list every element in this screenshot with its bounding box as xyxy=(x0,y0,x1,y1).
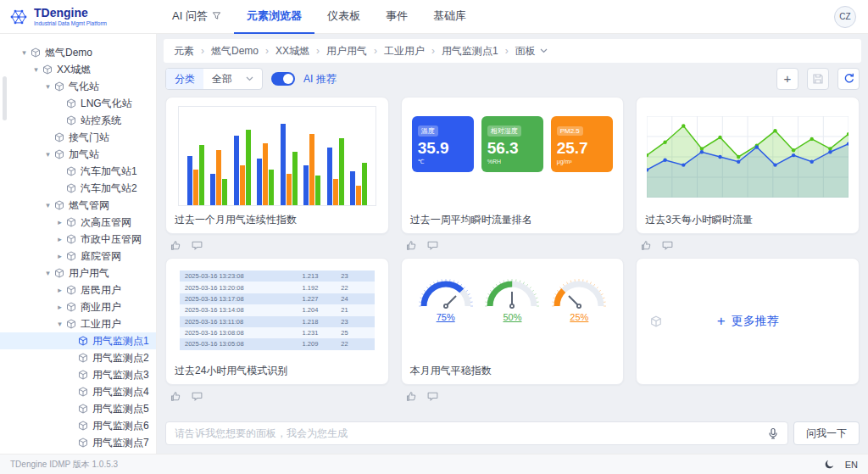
logo-title: TDengine xyxy=(34,7,107,19)
breadcrumb-item[interactable]: 燃气Demo xyxy=(211,44,259,59)
logo[interactable]: TDengine Industrial Data Mgmt Platform xyxy=(8,7,159,27)
caret-down-icon[interactable]: ▾ xyxy=(42,201,53,209)
tree-item[interactable]: ▾XX城燃 xyxy=(0,61,156,78)
thumbs-up-icon[interactable] xyxy=(170,391,181,402)
filter-bar: 分类 全部 AI 推荐 xyxy=(157,63,868,95)
funnel-icon xyxy=(212,11,221,20)
microphone-icon[interactable] xyxy=(767,427,779,439)
tree-item[interactable]: 汽车加气站1 xyxy=(0,163,156,180)
tree-item[interactable]: ▾燃气Demo xyxy=(0,44,156,61)
tree-item[interactable]: 用气监测点3 xyxy=(0,366,156,383)
tree-item[interactable]: ▸商业用户 xyxy=(0,298,156,315)
breadcrumb-item[interactable]: 元素 xyxy=(174,44,194,59)
nav-item-dashboard[interactable]: 仪表板 xyxy=(314,0,373,34)
tree-item[interactable]: ▾加气站 xyxy=(0,146,156,163)
bar xyxy=(263,143,268,205)
caret-down-icon[interactable]: ▾ xyxy=(19,48,30,57)
tree-item[interactable]: ▸市政中压管网 xyxy=(0,231,156,248)
tree-item-label: 燃气管网 xyxy=(69,198,109,213)
thumbs-up-icon[interactable] xyxy=(406,240,417,251)
breadcrumb-item[interactable]: 用气监测点1 xyxy=(442,44,498,59)
add-button[interactable] xyxy=(776,68,798,90)
element-cube-icon xyxy=(66,302,76,312)
kpi-tile: PM2.525.7μg/m³ xyxy=(551,116,613,172)
refresh-button[interactable] xyxy=(837,68,860,90)
thumbs-up-icon[interactable] xyxy=(641,240,652,251)
breadcrumb-item[interactable]: 面板 xyxy=(515,44,536,59)
tree-item[interactable]: LNG气化站 xyxy=(0,95,156,112)
breadcrumb-item[interactable]: XX城燃 xyxy=(275,44,309,59)
element-cube-icon xyxy=(54,81,64,92)
comment-icon[interactable] xyxy=(192,391,203,402)
tree-item[interactable]: ▾用户用气 xyxy=(0,265,156,282)
kpi-value: 35.9 xyxy=(418,140,468,156)
tree-item[interactable]: ▾工业用户 xyxy=(0,315,156,332)
caret-down-icon[interactable]: ▾ xyxy=(42,269,53,277)
comment-icon[interactable] xyxy=(427,391,438,402)
nav-item-events[interactable]: 事件 xyxy=(373,0,420,34)
tdengine-logo-icon xyxy=(8,7,29,27)
card-gauges[interactable]: 75%50%25% 本月用气平稳指数 xyxy=(401,258,625,385)
caret-right-icon[interactable]: ▸ xyxy=(54,235,65,243)
caret-down-icon[interactable]: ▾ xyxy=(54,320,65,328)
line-chart xyxy=(645,108,850,206)
tree-item[interactable]: 用气监测点5 xyxy=(0,400,156,417)
prompt-input[interactable] xyxy=(175,427,767,439)
plus-icon xyxy=(717,313,726,330)
caret-down-icon[interactable]: ▾ xyxy=(31,65,42,74)
ask-button[interactable]: 问我一下 xyxy=(793,421,860,445)
tree-item[interactable]: 站控系统 xyxy=(0,112,156,129)
tree-item-label: 燃气Demo xyxy=(45,46,92,60)
comment-icon[interactable] xyxy=(427,240,438,251)
nav-item-base-library[interactable]: 基础库 xyxy=(420,0,479,34)
tree-item[interactable]: 用气监测点1 xyxy=(0,332,156,349)
tree-item[interactable]: 用气监测点4 xyxy=(0,383,156,400)
card-table[interactable]: 2025-03-16 13:23:081.213232025-03-16 13:… xyxy=(165,258,389,385)
nav-item-element-browser[interactable]: 元素浏览器 xyxy=(234,0,314,34)
tree-item[interactable]: 用气监测点7 xyxy=(0,434,156,451)
dark-mode-icon[interactable] xyxy=(824,459,835,470)
nav-item-ai-qa[interactable]: AI 问答 xyxy=(159,0,234,34)
element-cube-icon xyxy=(66,217,76,227)
element-cube-icon xyxy=(78,336,88,346)
bar xyxy=(333,179,338,205)
caret-right-icon[interactable]: ▸ xyxy=(54,252,65,260)
tree-item[interactable]: ▾气化站 xyxy=(0,78,156,95)
tree-item[interactable]: 用气监测点2 xyxy=(0,349,156,366)
caret-down-icon[interactable]: ▾ xyxy=(42,150,53,159)
tree-item[interactable]: ▸居民用户 xyxy=(0,282,156,298)
chevron-down-icon[interactable] xyxy=(540,48,548,53)
comment-icon[interactable] xyxy=(662,240,673,251)
thumbs-up-icon[interactable] xyxy=(170,240,181,251)
card-bar-chart[interactable]: 过去一个月用气连续性指数 xyxy=(165,97,389,234)
breadcrumb-separator: › xyxy=(374,45,377,57)
caret-right-icon[interactable]: ▸ xyxy=(54,303,65,311)
more-recommend-card[interactable]: 更多推荐 xyxy=(636,258,860,385)
tree-item-label: 商业用户 xyxy=(81,300,121,315)
tree-item[interactable]: 汽车加气站2 xyxy=(0,180,156,197)
save-button[interactable] xyxy=(807,68,829,90)
comment-icon[interactable] xyxy=(192,240,203,251)
tree-item[interactable]: ▸次高压管网 xyxy=(0,214,156,231)
category-select-value: 全部 xyxy=(212,72,232,86)
breadcrumb-item[interactable]: 工业用户 xyxy=(384,44,425,59)
card-line-chart[interactable]: 过去3天每小时瞬时流量 xyxy=(636,97,860,234)
tree-item[interactable]: 接气门站 xyxy=(0,129,156,146)
thumbs-up-icon[interactable] xyxy=(406,391,417,402)
tree-item[interactable]: ▾燃气管网 xyxy=(0,197,156,214)
caret-right-icon[interactable]: ▸ xyxy=(54,218,65,226)
sidebar-scrollbar[interactable] xyxy=(3,76,7,120)
category-select[interactable]: 分类 全部 xyxy=(165,68,263,90)
tree-item[interactable]: 用气监测点6 xyxy=(0,417,156,434)
caret-down-icon[interactable]: ▾ xyxy=(42,82,53,91)
caret-right-icon[interactable]: ▸ xyxy=(54,286,65,294)
tree-item[interactable]: ▸庭院管网 xyxy=(0,248,156,265)
language-switch[interactable]: EN xyxy=(845,460,858,470)
bar xyxy=(234,136,239,205)
avatar[interactable]: CZ xyxy=(834,6,856,28)
breadcrumb: 元素›燃气Demo›XX城燃›用户用气›工业用户›用气监测点1›面板 xyxy=(164,39,861,63)
ai-recommend-toggle[interactable] xyxy=(271,72,295,86)
card-kpi[interactable]: 温度35.9℃相对湿度56.3%RHPM2.525.7μg/m³ 过去一周平均瞬… xyxy=(401,97,625,234)
breadcrumb-item[interactable]: 用户用气 xyxy=(326,44,367,59)
tree-item-label: 加气站 xyxy=(69,148,99,162)
